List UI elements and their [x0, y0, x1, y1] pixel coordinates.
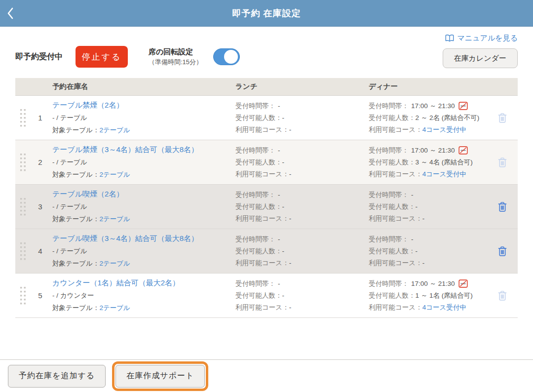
rotation-toggle[interactable] — [213, 48, 240, 65]
delete-button[interactable] — [497, 113, 507, 123]
course-value: - — [289, 170, 292, 178]
row-index: 5 — [28, 291, 52, 300]
drag-handle-icon — [20, 286, 26, 305]
table-row: 5 カウンター（1名）結合可（最大2名） - / カウンター 対象テーブル：2テ… — [15, 274, 518, 318]
stock-name-cell: テーブル禁煙（3～4名）結合可（最大8名） - / テーブル 対象テーブル：2テ… — [52, 145, 235, 179]
target-table-link[interactable]: 2テーブル — [99, 304, 130, 312]
dinner-cell: 受付時間帯： 17:00 ～ 21:30 受付可能人数： 1 ～ 1名 (席結合… — [369, 276, 487, 315]
course-label: 利用可能コース： — [235, 214, 289, 223]
book-icon — [445, 34, 455, 42]
course-value[interactable]: 4コース受付中 — [422, 125, 466, 134]
time-range-value: - — [411, 191, 414, 198]
add-stock-button[interactable]: 予約在庫を追加する — [8, 365, 106, 388]
drag-handle[interactable] — [15, 109, 28, 127]
drag-handle-icon — [20, 109, 26, 127]
delete-button[interactable] — [497, 201, 507, 212]
drag-handle[interactable] — [15, 153, 28, 171]
trash-icon — [497, 246, 507, 257]
back-button[interactable] — [7, 0, 28, 26]
time-range-value: - — [278, 235, 280, 243]
drag-handle[interactable] — [15, 286, 28, 305]
time-range-label: 受付時間帯： — [369, 146, 411, 155]
stock-type-label: - / テーブル — [52, 247, 230, 256]
stock-name-link[interactable]: テーブル喫煙（3～4名）結合可（最大8名） — [52, 234, 198, 243]
stock-name-link[interactable]: テーブル喫煙（2名） — [52, 190, 123, 199]
seat-rotation-setting: 席の回転設定 （準備時間:15分） — [149, 47, 202, 67]
time-range-value: - — [278, 102, 280, 110]
people-range-label: 受付可能人数： — [235, 247, 282, 256]
course-label: 利用可能コース： — [235, 303, 289, 312]
people-range-label: 受付可能人数： — [369, 291, 416, 300]
people-range-value: - — [282, 203, 285, 210]
target-table-line: 対象テーブル：2テーブル — [52, 170, 230, 179]
people-range-label: 受付可能人数： — [235, 114, 282, 122]
time-range-label: 受付時間帯： — [235, 235, 278, 244]
people-range-value: - — [416, 247, 418, 255]
trash-cell — [487, 246, 518, 257]
target-table-link[interactable]: 2テーブル — [99, 171, 130, 178]
time-range-value: - — [278, 280, 280, 287]
column-header-dinner: ディナー — [369, 82, 487, 91]
top-bar: 即予約 在庫設定 — [0, 0, 533, 27]
manual-link[interactable]: マニュアルを見る — [445, 34, 518, 43]
course-value: - — [289, 215, 292, 222]
delete-button[interactable] — [497, 246, 507, 257]
time-range-label: 受付時間帯： — [369, 235, 411, 244]
time-range-label: 受付時間帯： — [235, 102, 278, 111]
target-table-label: 対象テーブル： — [52, 126, 99, 134]
stock-name-link[interactable]: テーブル禁煙（3～4名）結合可（最大8名） — [52, 145, 198, 155]
stock-name-link[interactable]: カウンター（1名）結合可（最大2名） — [52, 278, 180, 288]
target-table-line: 対象テーブル：2テーブル — [52, 215, 230, 224]
manual-link-label: マニュアルを見る — [457, 34, 518, 43]
calendar-button[interactable]: 在庫カレンダー — [443, 48, 518, 68]
target-table-link[interactable]: 2テーブル — [99, 215, 130, 223]
accepting-status-label: 即予約受付中 — [15, 52, 63, 62]
time-range-value: - — [278, 147, 280, 154]
delete-button[interactable] — [497, 290, 507, 301]
row-index: 1 — [28, 114, 52, 122]
people-range-value: 3 ～ 4名 (席結合可) — [416, 158, 473, 167]
time-range-label: 受付時間帯： — [369, 279, 411, 288]
people-range-label: 受付可能人数： — [235, 158, 282, 167]
course-label: 利用可能コース： — [235, 125, 289, 134]
toggle-knob — [224, 50, 238, 64]
target-table-label: 対象テーブル： — [52, 304, 99, 312]
stock-type-label: - / カウンター — [52, 291, 230, 300]
people-range-value: - — [416, 203, 418, 210]
stock-name-cell: テーブル喫煙（2名） - / テーブル 対象テーブル：2テーブル — [52, 190, 235, 224]
target-table-line: 対象テーブル：2テーブル — [52, 126, 230, 135]
people-range-value: - — [282, 247, 285, 255]
stock-name-link[interactable]: テーブル禁煙（2名） — [52, 101, 123, 110]
toolbar-left: 即予約受付中 停止する 席の回転設定 （準備時間:15分） — [15, 45, 240, 68]
drag-handle[interactable] — [15, 242, 28, 260]
drag-handle-icon — [20, 197, 26, 216]
course-label: 利用可能コース： — [235, 259, 289, 268]
page: 即予約 在庫設定 即予約受付中 停止する 席の回転設定 （準備時間:15分） — [0, 0, 533, 392]
course-label: 利用可能コース： — [369, 125, 422, 134]
row-index: 2 — [28, 158, 52, 166]
stock-support-button[interactable]: 在庫作成サポート — [115, 365, 205, 388]
time-range-value: - — [278, 191, 280, 198]
target-table-link[interactable]: 2テーブル — [99, 126, 130, 134]
people-range-value: - — [282, 114, 285, 121]
target-table-link[interactable]: 2テーブル — [99, 260, 130, 267]
delete-button[interactable] — [497, 157, 507, 168]
footer-bar: 予約在庫を追加する 在庫作成サポート — [0, 359, 533, 392]
stop-button[interactable]: 停止する — [76, 46, 128, 68]
people-range-value: 1 ～ 1名 (席結合可) — [416, 291, 473, 300]
dinner-cell: 受付時間帯： 17:00 ～ 21:30 受付可能人数： 3 ～ 4名 (席結合… — [369, 143, 487, 182]
trash-cell — [487, 290, 518, 301]
course-value: - — [289, 126, 292, 133]
people-range-value: - — [282, 158, 285, 166]
people-range-label: 受付可能人数： — [369, 202, 416, 211]
table-row: 2 テーブル禁煙（3～4名）結合可（最大8名） - / テーブル 対象テーブル：… — [15, 140, 518, 185]
target-table-label: 対象テーブル： — [52, 260, 99, 267]
stock-name-cell: テーブル喫煙（3～4名）結合可（最大8名） - / テーブル 対象テーブル：2テ… — [52, 234, 235, 268]
people-range-label: 受付可能人数： — [369, 158, 416, 167]
lunch-cell: 受付時間帯： - 受付可能人数： - 利用可能コース： - — [235, 99, 369, 137]
drag-handle-icon — [20, 153, 26, 171]
drag-handle-icon — [20, 242, 26, 260]
drag-handle[interactable] — [15, 197, 28, 216]
course-value[interactable]: 4コース受付中 — [422, 303, 466, 312]
course-value[interactable]: 4コース受付中 — [422, 170, 466, 179]
